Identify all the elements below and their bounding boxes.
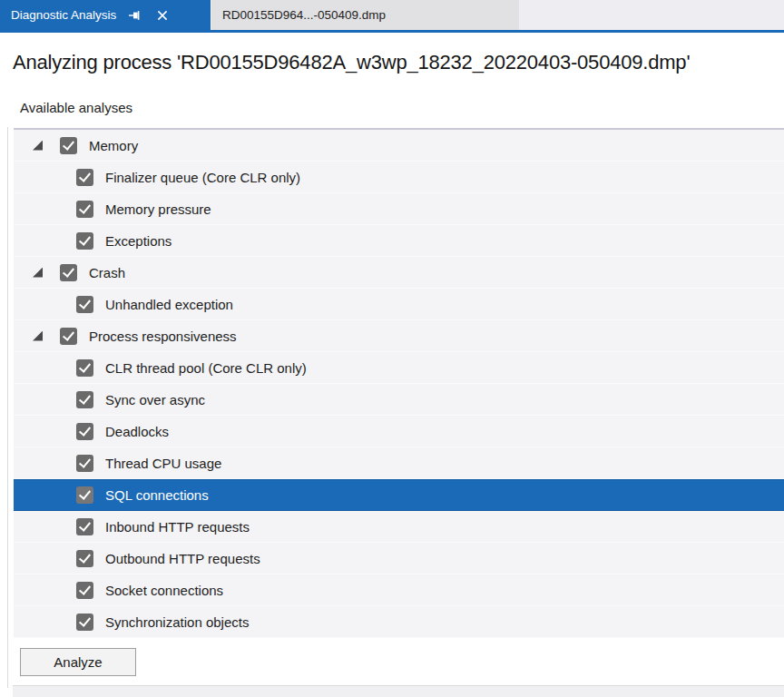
tree-item-label: Deadlocks	[105, 424, 169, 439]
tree-item-label: Thread CPU usage	[105, 456, 221, 471]
tree-row[interactable]: Thread CPU usage	[14, 447, 784, 479]
checkbox-checked-icon[interactable]	[76, 582, 93, 599]
tree-item-label: Process responsiveness	[89, 329, 237, 344]
checkbox-checked-icon[interactable]	[76, 296, 93, 313]
expander-collapse-icon[interactable]	[33, 141, 43, 151]
tree-item-label: Memory pressure	[105, 201, 211, 217]
checkbox-checked-icon[interactable]	[76, 359, 93, 377]
tree-item-label: CLR thread pool (Core CLR only)	[105, 360, 307, 376]
tree-row[interactable]: Process responsiveness	[14, 320, 784, 352]
tree-row[interactable]: CLR thread pool (Core CLR only)	[14, 352, 784, 384]
analyze-button[interactable]: Analyze	[20, 648, 136, 676]
tree-row[interactable]: Synchronization objects	[14, 606, 784, 638]
tree-item-label: Inbound HTTP requests	[105, 519, 250, 535]
checkbox-checked-icon[interactable]	[76, 232, 93, 250]
checkbox-checked-icon[interactable]	[76, 423, 93, 440]
tree-row[interactable]: SQL connections	[14, 479, 784, 511]
checkbox-checked-icon[interactable]	[60, 328, 77, 345]
tab-dump-document[interactable]: RD00155D964...-050409.dmp	[211, 0, 519, 30]
checkbox-checked-icon[interactable]	[76, 455, 93, 472]
analyses-tree: MemoryFinalizer queue (Core CLR only)Mem…	[14, 128, 784, 638]
bottom-panel-edge	[13, 685, 784, 697]
tree-row[interactable]: Outbound HTTP requests	[14, 543, 784, 574]
pin-icon[interactable]	[127, 7, 143, 24]
checkbox-checked-icon[interactable]	[60, 264, 77, 281]
page-title: Analyzing process 'RD00155D96482A_w3wp_1…	[13, 51, 690, 74]
close-icon[interactable]	[154, 7, 171, 24]
tree-item-label: Memory	[89, 138, 138, 153]
tree-item-label: SQL connections	[105, 487, 209, 503]
tree-item-label: Crash	[89, 265, 125, 280]
tree-row[interactable]: Deadlocks	[14, 416, 784, 447]
tree-item-label: Synchronization objects	[105, 614, 249, 630]
tab-label: RD00155D964...-050409.dmp	[222, 8, 386, 22]
tree-item-label: Unhandled exception	[105, 297, 233, 312]
checkbox-checked-icon[interactable]	[76, 169, 93, 186]
tree-row[interactable]: Socket connections	[14, 574, 784, 606]
panel-left-divider	[7, 127, 8, 688]
tree-row[interactable]: Exceptions	[14, 225, 784, 257]
checkbox-checked-icon[interactable]	[76, 518, 93, 535]
available-analyses-label: Available analyses	[20, 100, 132, 115]
tab-bar: Diagnostic Analysis RD00155D964...-05040…	[0, 0, 784, 33]
tree-item-label: Exceptions	[105, 233, 172, 249]
checkbox-checked-icon[interactable]	[76, 614, 93, 631]
tree-row[interactable]: Crash	[14, 257, 784, 289]
expander-collapse-icon[interactable]	[33, 331, 43, 341]
tree-row[interactable]: Unhandled exception	[14, 289, 784, 320]
diagnostic-analysis-window: Diagnostic Analysis RD00155D964...-05040…	[0, 0, 784, 697]
checkbox-checked-icon[interactable]	[76, 391, 93, 408]
checkbox-checked-icon[interactable]	[60, 137, 77, 154]
tree-item-label: Sync over async	[105, 392, 205, 407]
tree-row[interactable]: Inbound HTTP requests	[14, 511, 784, 543]
tab-diagnostic-analysis[interactable]: Diagnostic Analysis	[0, 0, 211, 30]
tree-item-label: Outbound HTTP requests	[105, 551, 260, 566]
tree-row[interactable]: Memory	[14, 130, 784, 162]
checkbox-checked-icon[interactable]	[76, 201, 93, 218]
tab-label: Diagnostic Analysis	[11, 8, 116, 22]
tree-item-label: Finalizer queue (Core CLR only)	[105, 170, 300, 185]
checkbox-checked-icon[interactable]	[76, 550, 93, 567]
checkbox-checked-icon[interactable]	[76, 486, 93, 504]
tree-row[interactable]: Sync over async	[14, 384, 784, 416]
tree-item-label: Socket connections	[105, 583, 223, 598]
tree-row[interactable]: Memory pressure	[14, 193, 784, 225]
expander-collapse-icon[interactable]	[33, 268, 43, 278]
tree-row[interactable]: Finalizer queue (Core CLR only)	[14, 162, 784, 193]
